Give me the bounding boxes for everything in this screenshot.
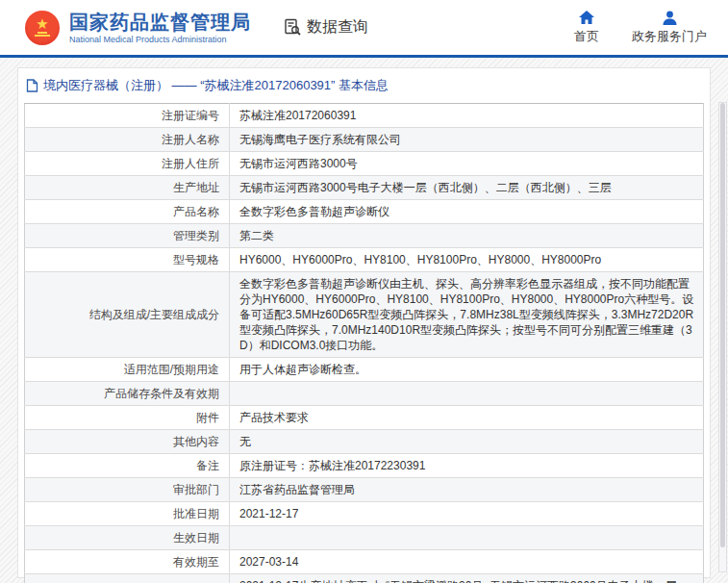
table-row: 其他内容无 <box>25 430 704 454</box>
site-subtitle: National Medical Products Administration <box>69 35 251 44</box>
table-row: 附件产品技术要求 <box>25 406 704 430</box>
table-row: 注册人住所无锡市运河西路3000号 <box>25 152 704 176</box>
table-row: 结构及组成/主要组成成分全数字彩色多普勒超声诊断仪由主机、探头、高分辨率彩色显示… <box>25 272 704 358</box>
top-nav: 首页 政务服务门户 <box>574 11 707 45</box>
row-value: 2021-12-17 <box>230 502 704 526</box>
site-title: 国家药品监督管理局 <box>69 12 251 33</box>
table-row: 有效期至2027-03-14 <box>25 550 704 574</box>
row-value: 江苏省药品监督管理局 <box>230 478 704 502</box>
row-value: 无锡海鹰电子医疗系统有限公司 <box>230 128 704 152</box>
row-value: 无锡市运河西路3000号 <box>230 152 704 176</box>
row-value <box>230 526 704 550</box>
section-label: 数据查询 <box>307 17 368 38</box>
row-label: 产品名称 <box>25 200 230 224</box>
table-row: 注册证编号苏械注准20172060391 <box>25 104 704 128</box>
content-container: 境内医疗器械（注册） —— “苏械注准20172060391” 基本信息 注册证… <box>17 67 711 578</box>
row-value: 产品技术要求 <box>230 406 704 430</box>
breadcrumb-text: 境内医疗器械（注册） —— “苏械注准20172060391” 基本信息 <box>43 77 389 94</box>
table-row: 产品储存条件及有效期 <box>25 382 704 406</box>
row-label: 其他内容 <box>25 430 230 454</box>
row-value: 苏械注准20172060391 <box>230 104 704 128</box>
row-label: 审批部门 <box>25 478 230 502</box>
table-row: 批准日期2021-12-17 <box>25 502 704 526</box>
table-row: 注册人名称无锡海鹰电子医疗系统有限公司 <box>25 128 704 152</box>
site-header: ★ 国家药品监督管理局 National Medical Products Ad… <box>0 0 728 58</box>
nav-portal[interactable]: 政务服务门户 <box>632 11 707 45</box>
table-row: 适用范围/预期用途用于人体超声诊断检查。 <box>25 358 704 382</box>
row-label: 生产地址 <box>25 176 230 200</box>
star-icon: ★ <box>36 16 48 31</box>
table-row: 型号规格HY6000、HY6000Pro、HY8100、HY8100Pro、HY… <box>25 248 704 272</box>
row-label: 结构及组成/主要组成成分 <box>25 272 230 358</box>
table-row: 生效日期 <box>25 526 704 550</box>
info-table: 注册证编号苏械注准20172060391 注册人名称无锡海鹰电子医疗系统有限公司… <box>24 103 704 583</box>
row-value: 用于人体超声诊断检查。 <box>230 358 704 382</box>
nav-home[interactable]: 首页 <box>574 11 599 45</box>
row-value: 全数字彩色多普勒超声诊断仪由主机、探头、高分辨率彩色显示器组成，按不同功能配置分… <box>230 272 704 358</box>
row-value: 2027-03-14 <box>230 550 704 574</box>
row-label: 生效日期 <box>25 526 230 550</box>
logo-group: ★ 国家药品监督管理局 National Medical Products Ad… <box>25 11 368 45</box>
vertical-scrollbar[interactable] <box>718 102 727 572</box>
row-label: 型号规格 <box>25 248 230 272</box>
row-value: 第二类 <box>230 224 704 248</box>
data-query-section[interactable]: 数据查询 <box>284 17 368 38</box>
row-label: 有效期至 <box>25 550 230 574</box>
row-label: 适用范围/预期用途 <box>25 358 230 382</box>
row-label: 管理类别 <box>25 224 230 248</box>
nav-portal-label: 政务服务门户 <box>632 28 707 45</box>
home-icon <box>579 11 594 25</box>
row-value: 无锡市运河西路3000号电子大楼一层（西北侧）、二层（西北侧）、三层 <box>230 176 704 200</box>
table-row: 审批部门江苏省药品监督管理局 <box>25 478 704 502</box>
user-icon <box>663 11 677 25</box>
row-label: 附件 <box>25 406 230 430</box>
table-row: 生产地址无锡市运河西路3000号电子大楼一层（西北侧）、二层（西北侧）、三层 <box>25 176 704 200</box>
row-label: 注册证编号 <box>25 104 230 128</box>
row-label: 产品储存条件及有效期 <box>25 382 230 406</box>
row-value <box>230 382 704 406</box>
table-row: 备注原注册证号：苏械注准20172230391 <box>25 454 704 478</box>
document-search-icon <box>284 18 302 37</box>
table-row: 管理类别第二类 <box>25 224 704 248</box>
gate-shape <box>35 32 50 38</box>
document-icon <box>26 79 38 92</box>
row-label: 注册人名称 <box>25 128 230 152</box>
row-label: 注册人住所 <box>25 152 230 176</box>
scrollbar-thumb[interactable] <box>720 103 725 547</box>
row-label: 批准日期 <box>25 502 230 526</box>
row-value: 2021-12-17生产地址变更 由 “无锡市梁溪路20号, 无锡市运河西路30… <box>230 574 704 583</box>
row-value: 原注册证号：苏械注准20172230391 <box>230 454 704 478</box>
row-label: 备注 <box>25 454 230 478</box>
table-row: 产品名称全数字彩色多普勒超声诊断仪 <box>25 200 704 224</box>
row-label: 变更情况 <box>25 574 230 583</box>
row-value: 全数字彩色多普勒超声诊断仪 <box>230 200 704 224</box>
table-row: 变更情况2021-12-17生产地址变更 由 “无锡市梁溪路20号, 无锡市运河… <box>25 574 704 583</box>
row-value: 无 <box>230 430 704 454</box>
row-value: HY6000、HY6000Pro、HY8100、HY8100Pro、HY8000… <box>230 248 704 272</box>
breadcrumb: 境内医疗器械（注册） —— “苏械注准20172060391” 基本信息 <box>18 68 710 103</box>
title-block: 国家药品监督管理局 National Medical Products Admi… <box>69 12 251 44</box>
nav-home-label: 首页 <box>574 28 599 45</box>
national-emblem-logo: ★ <box>25 11 60 45</box>
